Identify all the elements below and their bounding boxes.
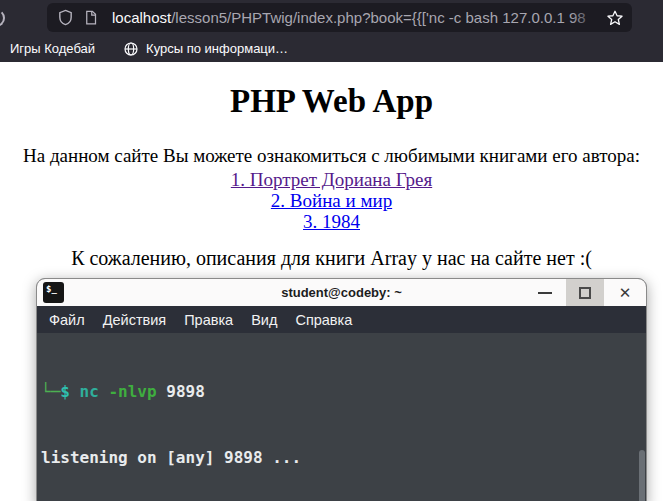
shield-icon[interactable] [57, 8, 74, 27]
menu-view[interactable]: Вид [242, 312, 286, 328]
url-text[interactable]: localhost/lesson5/PHPTwig/index.php?book… [112, 9, 600, 26]
intro-text: На данном сайте Вы можете ознакомиться с… [0, 145, 663, 167]
bookmark-label: Курсы по информаци… [146, 41, 288, 56]
terminal-menubar: Файл Действия Правка Вид Справка [37, 306, 646, 333]
close-button[interactable]: ✕ [604, 279, 646, 306]
address-bar[interactable]: localhost/lesson5/PHPTwig/index.php?book… [47, 3, 632, 32]
close-icon: ✕ [619, 284, 632, 302]
bookmark-courses[interactable]: Курсы по информаци… [117, 38, 294, 60]
menu-edit[interactable]: Правка [175, 312, 242, 328]
menu-file[interactable]: Файл [40, 312, 94, 328]
book-links: 1. Портрет Дориана Грея 2. Война и мир 3… [0, 169, 663, 232]
book-link-1[interactable]: 1. Портрет Дориана Грея [231, 169, 432, 190]
globe-icon [123, 41, 139, 57]
reload-icon[interactable] [0, 9, 5, 27]
no-description-message: К сожалению, описания для книги Array у … [0, 247, 663, 270]
bookmark-label: Игры Кодебай [10, 41, 95, 56]
maximize-button[interactable] [566, 279, 604, 306]
minimize-button[interactable] [524, 279, 566, 306]
book-link-2[interactable]: 2. Война и мир [271, 190, 392, 211]
book-link-3[interactable]: 3. 1984 [303, 211, 360, 232]
url-path: /lesson5/PHPTwig/index.php?book={{['nc -… [171, 9, 585, 26]
menu-actions[interactable]: Действия [94, 312, 176, 328]
minimize-icon [538, 292, 552, 294]
url-host: localhost [112, 9, 171, 26]
terminal-app-icon: $_ [43, 282, 64, 303]
terminal-scrollbar[interactable] [639, 450, 645, 501]
terminal-titlebar[interactable]: $_ student@codeby: ~ ✕ [37, 279, 646, 306]
window-controls: ✕ [524, 279, 646, 306]
bookmark-codeby-games[interactable]: Игры Кодебай [4, 38, 101, 59]
page-icon[interactable] [83, 9, 98, 26]
terminal-output[interactable]: └─$ nc -nlvp 9898 listening on [any] 989… [37, 333, 646, 501]
command-text: nc [80, 382, 99, 401]
page-title: PHP Web App [0, 62, 663, 120]
bookmarks-bar: Игры Кодебай Курсы по информаци… [0, 35, 663, 62]
prompt-symbol: └─ [41, 382, 60, 401]
browser-toolbar: localhost/lesson5/PHPTwig/index.php?book… [0, 0, 663, 35]
terminal-command-line: └─$ nc -nlvp 9898 [41, 381, 646, 403]
maximize-icon [579, 287, 591, 299]
terminal-line: listening on [any] 9898 ... [41, 447, 646, 469]
bookmark-star-icon[interactable] [606, 9, 624, 27]
terminal-window[interactable]: $_ student@codeby: ~ ✕ Файл Действия Пра… [36, 278, 647, 501]
menu-help[interactable]: Справка [286, 312, 361, 328]
